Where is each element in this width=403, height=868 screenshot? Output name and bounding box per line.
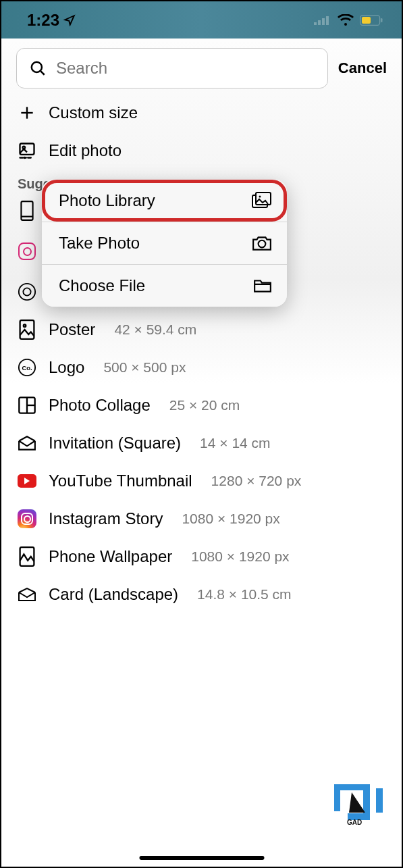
svg-text:Co.: Co. — [22, 365, 32, 372]
list-item-dim: 1280 × 720 px — [211, 473, 302, 489]
photo-source-popover: Photo Library Take Photo Choose File — [42, 180, 287, 307]
edit-photo-label: Edit photo — [49, 141, 122, 160]
svg-rect-0 — [314, 22, 317, 25]
list-item-label: Poster — [49, 320, 95, 339]
custom-size-label: Custom size — [49, 103, 138, 122]
instagram-icon — [18, 509, 36, 528]
list-item-dim: 1080 × 1920 px — [182, 511, 279, 527]
wallpaper-icon — [18, 547, 36, 566]
svg-rect-33 — [376, 788, 383, 813]
list-item[interactable]: Co. Logo 500 × 500 px — [1, 349, 402, 386]
svg-rect-6 — [381, 18, 383, 22]
svg-rect-3 — [326, 16, 329, 25]
signal-icon — [314, 16, 331, 25]
edit-photo-row[interactable]: Edit photo — [1, 132, 402, 170]
list-item-dim: 14.8 × 10.5 cm — [197, 586, 292, 603]
svg-point-16 — [19, 284, 35, 300]
story-icon — [18, 282, 36, 301]
choose-file-item[interactable]: Choose File — [42, 265, 287, 307]
list-item-dim: 500 × 500 px — [103, 359, 186, 376]
photo-library-label: Photo Library — [59, 191, 155, 210]
list-item[interactable]: Photo Collage 25 × 20 cm — [1, 386, 402, 424]
svg-point-17 — [23, 288, 30, 295]
list-item[interactable]: Invitation (Square) 14 × 14 cm — [1, 424, 402, 462]
list-item[interactable]: YouTube Thumbnail 1280 × 720 px — [1, 462, 402, 500]
svg-rect-18 — [20, 320, 34, 339]
svg-rect-14 — [21, 201, 32, 220]
card-icon — [18, 585, 36, 604]
folder-icon — [253, 278, 272, 294]
phone-icon — [18, 201, 36, 220]
plus-icon — [18, 103, 36, 122]
camera-icon — [252, 235, 272, 251]
edit-photo-icon — [18, 141, 36, 160]
svg-rect-5 — [362, 17, 371, 24]
take-photo-item[interactable]: Take Photo — [42, 222, 287, 265]
search-field[interactable] — [56, 59, 315, 78]
svg-point-28 — [259, 196, 261, 198]
choose-file-label: Choose File — [59, 276, 145, 295]
svg-point-19 — [24, 325, 26, 327]
list-item-label: YouTube Thumbnail — [49, 471, 192, 490]
collage-icon — [18, 396, 36, 415]
list-item[interactable]: Phone Wallpaper 1080 × 1920 px — [1, 538, 402, 576]
home-indicator[interactable] — [139, 856, 264, 860]
list-item[interactable]: Card (Landscape) 14.8 × 10.5 cm — [1, 576, 402, 613]
photo-library-item[interactable]: Photo Library — [42, 180, 287, 222]
location-icon — [63, 14, 76, 26]
status-bar: 1:23 — [1, 1, 402, 39]
svg-point-29 — [259, 240, 266, 248]
svg-point-7 — [32, 62, 42, 72]
list-item-dim: 1080 × 1920 px — [191, 548, 289, 565]
brand-logo: GAD — [334, 784, 387, 826]
logo-icon: Co. — [18, 358, 36, 377]
search-input[interactable] — [16, 48, 328, 88]
svg-rect-32 — [334, 811, 348, 821]
list-item-label: Phone Wallpaper — [49, 547, 172, 566]
custom-size-row[interactable]: Custom size — [1, 94, 402, 132]
cancel-button[interactable]: Cancel — [338, 59, 387, 77]
list-item-label: Card (Landscape) — [49, 585, 178, 604]
svg-rect-11 — [20, 144, 34, 155]
wifi-icon — [338, 14, 354, 26]
invitation-icon — [18, 434, 36, 453]
status-bar-left: 1:23 — [27, 11, 76, 30]
svg-text:GAD: GAD — [347, 819, 362, 826]
list-item-label: Photo Collage — [49, 396, 151, 415]
svg-rect-2 — [322, 18, 325, 25]
list-item-label: Instagram Story — [49, 509, 163, 528]
list-item-dim: 25 × 20 cm — [169, 397, 240, 413]
svg-line-8 — [41, 71, 44, 74]
take-photo-label: Take Photo — [59, 234, 140, 253]
instagram-icon — [18, 242, 36, 261]
svg-point-13 — [24, 157, 26, 159]
list-item[interactable]: Instagram Story 1080 × 1920 px — [1, 500, 402, 538]
search-icon — [29, 59, 47, 77]
photo-library-icon — [252, 192, 272, 209]
list-item-dim: 42 × 59.4 cm — [114, 322, 196, 338]
list-item[interactable]: Poster 42 × 59.4 cm — [1, 311, 402, 349]
youtube-icon — [18, 471, 36, 490]
clock: 1:23 — [27, 11, 59, 30]
svg-rect-1 — [318, 20, 321, 25]
poster-icon — [18, 320, 36, 339]
list-item-label: Logo — [49, 358, 84, 377]
list-item-dim: 14 × 14 cm — [200, 435, 270, 451]
status-bar-right — [314, 14, 383, 26]
battery-icon — [360, 15, 383, 26]
list-item-label: Invitation (Square) — [49, 434, 181, 453]
